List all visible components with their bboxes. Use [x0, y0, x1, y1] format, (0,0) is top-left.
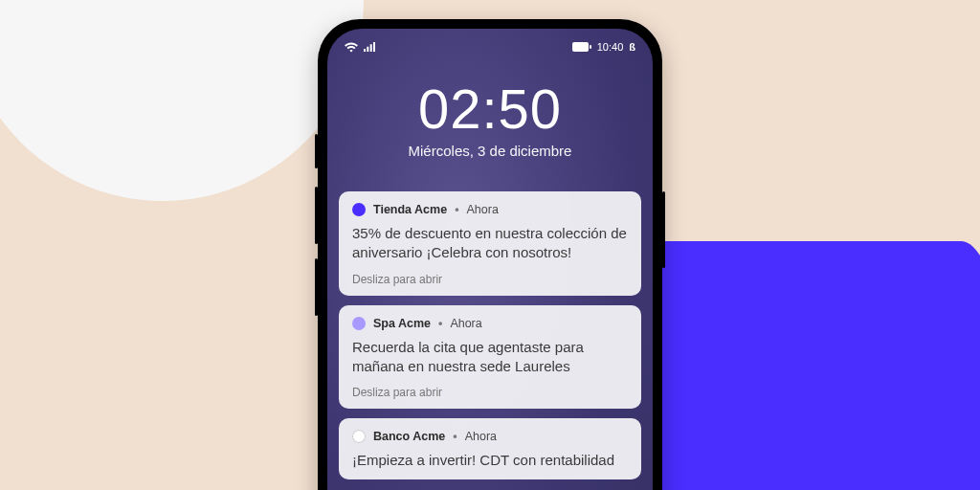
signal-icon: [364, 42, 375, 52]
app-icon: [352, 317, 366, 330]
svg-rect-0: [572, 42, 589, 52]
bg-blob-white: [0, 0, 364, 201]
phone-screen: 10:40 ß 02:50 Miércoles, 3 de diciembre …: [327, 29, 653, 490]
svg-rect-1: [590, 45, 591, 49]
wifi-icon: [345, 42, 358, 53]
notification-time: Ahora: [450, 317, 481, 330]
notification-app-name: Spa Acme: [373, 317, 431, 330]
status-bar: 10:40 ß: [327, 29, 653, 56]
phone-side-button: [662, 191, 665, 268]
notification-body: 35% de descuento en nuestra colección de…: [352, 224, 628, 263]
phone-side-button: [315, 134, 318, 168]
notification-app-name: Banco Acme: [373, 430, 445, 443]
phone-side-button: [315, 258, 318, 316]
phone-side-button: [315, 187, 318, 244]
battery-icon: [572, 42, 591, 52]
notification-hint: Desliza para abrir: [352, 386, 628, 399]
status-time: 10:40: [597, 41, 624, 53]
lock-clock: 02:50: [327, 77, 653, 141]
separator-dot: •: [453, 430, 457, 443]
notification-time: Ahora: [467, 203, 499, 216]
app-icon: [352, 203, 366, 216]
notification-time: Ahora: [465, 430, 497, 443]
notification-hint: Desliza para abrir: [352, 273, 628, 286]
lock-date: Miércoles, 3 de diciembre: [327, 143, 653, 159]
notification-app-name: Tienda Acme: [373, 203, 447, 216]
app-icon: [352, 430, 366, 443]
notification-card[interactable]: Banco Acme • Ahora ¡Empieza a invertir! …: [339, 418, 641, 479]
notification-card[interactable]: Spa Acme • Ahora Recuerda la cita que ag…: [339, 305, 641, 410]
beta-badge: ß: [629, 41, 635, 53]
notification-card[interactable]: Tienda Acme • Ahora 35% de descuento en …: [339, 191, 641, 296]
notification-body: ¡Empieza a invertir! CDT con rentabilida…: [352, 451, 628, 470]
phone-frame: 10:40 ß 02:50 Miércoles, 3 de diciembre …: [318, 19, 662, 490]
notification-list: Tienda Acme • Ahora 35% de descuento en …: [327, 191, 653, 479]
separator-dot: •: [455, 203, 458, 216]
notification-body: Recuerda la cita que agentaste para maña…: [352, 338, 628, 377]
separator-dot: •: [438, 317, 442, 330]
